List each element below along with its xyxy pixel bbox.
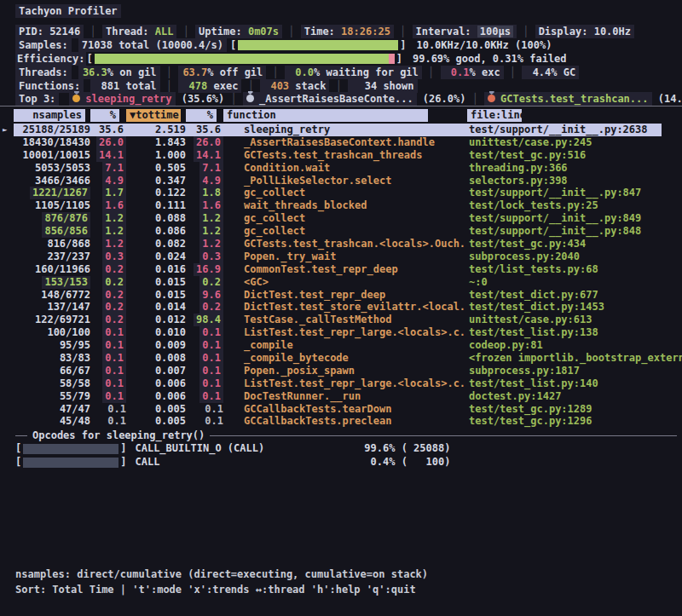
table-row[interactable]: 1105/11051.60.1111.6wait_threads_blocked… xyxy=(0,199,682,212)
nsamples-value: 58/58 xyxy=(60,377,90,389)
cell-percent-cumulative: 16.9 xyxy=(186,263,223,276)
cell-tottime: 0.006 xyxy=(126,377,186,390)
functions-value: 478 xyxy=(182,80,207,93)
cell-tottime: 0.122 xyxy=(126,187,186,199)
table-row[interactable]: 47/470.10.0050.1GCCallbackTests.tearDown… xyxy=(0,403,682,416)
samples-bar-close: ] xyxy=(400,39,406,51)
nsamples-value: 66/67 xyxy=(60,365,90,377)
table-row[interactable]: 100/1000.10.0100.1ListTest.test_repr_lar… xyxy=(0,326,682,339)
table-row[interactable]: 153/1530.20.0150.2<GC>~:0 xyxy=(0,276,682,289)
tottime-value: 1.843 xyxy=(155,136,186,148)
top3-item: sleeping_retry xyxy=(69,92,175,106)
status-label: Display: xyxy=(539,26,594,37)
row-selection-marker xyxy=(0,187,14,199)
separator-bar: │ xyxy=(517,26,535,37)
cell-nsamples: 83/83 xyxy=(14,352,90,365)
tottime-value: 0.024 xyxy=(155,250,186,262)
cell-nsamples: 1105/1105 xyxy=(14,199,90,212)
cell-tottime: 0.010 xyxy=(126,326,186,339)
row-selection-marker xyxy=(0,276,14,289)
table-row[interactable]: 816/8681.20.0821.2GCTests.test_trashcan.… xyxy=(0,238,682,250)
tottime-value: 0.111 xyxy=(155,199,186,211)
table-row[interactable]: 122/697210.20.01298.4TestCase._callTestM… xyxy=(0,314,682,326)
table-row[interactable]: 876/8761.20.0881.2gc_collecttest/support… xyxy=(0,212,682,225)
column-header-tottime-sorted[interactable]: ▼tottime xyxy=(126,109,181,122)
cell-percent-cumulative: 1.2 xyxy=(186,212,223,225)
efficiency-bar xyxy=(95,54,395,64)
table-row[interactable]: 5053/50537.10.5057.1Condition.waitthread… xyxy=(0,162,682,175)
function-name: Popen._try_wait xyxy=(244,250,336,262)
tottime-value: 0.016 xyxy=(155,263,186,275)
table-row[interactable]: 66/670.10.0070.1Popen._posix_spawnsubpro… xyxy=(0,365,682,377)
cell-nsamples: 95/95 xyxy=(14,339,90,352)
cell-nsamples: 5053/5053 xyxy=(14,162,90,175)
function-name: gc_collect xyxy=(244,187,305,199)
samples-line: Samples:71038 total (10000.4/s)[]10.0KHz… xyxy=(15,39,552,52)
table-row[interactable]: 45/480.10.0050.1GCCallbackTests.preclean… xyxy=(0,415,682,428)
nsamples-value: 10001/10015 xyxy=(23,149,90,161)
table-row[interactable]: ►25188/2518935.62.51935.6sleeping_retryt… xyxy=(0,124,682,136)
cell-file-line: <frozen importlib._bootstrap_externa xyxy=(467,352,682,365)
percent-cumulative-value: 16.9 xyxy=(194,263,223,276)
nsamples-value: 95/95 xyxy=(60,339,90,351)
samples-bar-open: [ xyxy=(230,39,236,51)
column-header-function[interactable]: function xyxy=(223,109,428,122)
table-row[interactable]: 148/67720.20.0159.6DictTest.test_repr_de… xyxy=(0,289,682,302)
cell-function: wait_threads_blocked xyxy=(223,199,467,212)
table-row[interactable]: 137/1470.20.0140.2DictTest.test_store_ev… xyxy=(0,301,682,314)
file-line-value: ~:0 xyxy=(469,276,488,288)
cell-function: GCCallbackTests.tearDown xyxy=(223,403,467,416)
table-row[interactable]: 95/950.10.0090.1_compilecodeop.py:81 xyxy=(0,339,682,352)
table-row[interactable]: 160/119660.20.01616.9CommonTest.test_rep… xyxy=(0,263,682,276)
column-header-pct2[interactable]: % xyxy=(186,109,217,122)
cell-function: Condition.wait xyxy=(223,162,467,175)
nsamples-value: 856/856 xyxy=(42,225,90,238)
cell-percent-direct: 0.1 xyxy=(90,326,126,339)
table-row[interactable]: 3466/34664.90.3474.9_PollLikeSelector.se… xyxy=(0,175,682,187)
separator-bar: │ xyxy=(84,26,102,37)
cell-function: GCTests.test_trashcan_threads xyxy=(223,149,467,162)
function-name: <GC> xyxy=(244,276,269,288)
top3-item: GCTests.test_trashcan... xyxy=(484,92,651,106)
cell-function: _PollLikeSelector.select xyxy=(223,175,467,187)
tottime-value: 0.505 xyxy=(155,162,186,174)
nsamples-value: 47/47 xyxy=(60,403,90,415)
percent-direct-value: 35.6 xyxy=(96,124,126,136)
percent-direct-value: 0.2 xyxy=(102,301,126,314)
column-header-nsamples[interactable]: nsamples xyxy=(14,109,85,122)
cell-function: GCTests.test_trashcan.<locals>.Ouch... xyxy=(223,238,467,250)
cell-tottime: 0.005 xyxy=(126,415,186,428)
function-name: ListTest.test_repr_large.<locals>.c... xyxy=(244,377,467,389)
percent-direct-value: 1.2 xyxy=(102,212,126,225)
function-name: GCCallbackTests.tearDown xyxy=(244,403,391,415)
table-row[interactable]: 55/790.10.0060.1DocTestRunner.__rundocte… xyxy=(0,390,682,403)
table-row[interactable]: 83/830.10.0080.1_compile_bytecode<frozen… xyxy=(0,352,682,365)
file-line-value: test/test_list.py:138 xyxy=(469,326,598,338)
file-line-value: doctest.py:1427 xyxy=(469,390,561,402)
column-header-file[interactable]: file:line xyxy=(467,109,522,122)
cell-file-line: test/test_list.py:138 xyxy=(467,326,682,339)
row-selection-marker xyxy=(0,352,14,365)
percent-cumulative-value: 0.2 xyxy=(199,301,223,314)
status-label: Uptime: xyxy=(199,26,248,37)
opcodes-section-title: Opcodes for sleeping_retry() xyxy=(0,429,682,441)
opcode-row: []CALL_BUILTIN_O (CALL)99.6% ( 25088) xyxy=(15,442,450,455)
table-row[interactable]: 1221/12671.70.1221.8gc_collecttest/suppo… xyxy=(0,187,682,199)
table-row[interactable]: 58/580.10.0060.1ListTest.test_repr_large… xyxy=(0,377,682,390)
percent-cumulative-value: 4.9 xyxy=(199,175,223,187)
percent-cumulative-value: 0.1 xyxy=(199,326,223,339)
threads-line: Threads:36.3% on gil │ 63.7% off gil │ 0… xyxy=(15,66,579,79)
cell-tottime: 0.015 xyxy=(126,276,186,289)
status-value: 0m07s xyxy=(248,26,279,37)
percent-cumulative-value: 0.3 xyxy=(199,250,223,263)
table-row[interactable]: 856/8561.20.0861.2gc_collecttest/support… xyxy=(0,225,682,238)
column-header-pct1[interactable]: % xyxy=(90,109,119,122)
table-row[interactable]: 237/2370.30.0240.3Popen._try_waitsubproc… xyxy=(0,250,682,263)
cell-percent-direct: 0.1 xyxy=(90,403,126,416)
table-row[interactable]: 10001/1001514.11.00014.1GCTests.test_tra… xyxy=(0,149,682,162)
efficiency-line: Efficiency:[]99.69% good, 0.31% failed xyxy=(15,53,567,66)
cell-function: sleeping_retry xyxy=(223,124,467,136)
cell-function: _compile xyxy=(223,339,467,352)
functions-text: exec xyxy=(207,80,238,92)
table-row[interactable]: 18430/1843026.01.84326.0_AssertRaisesBas… xyxy=(0,136,682,149)
